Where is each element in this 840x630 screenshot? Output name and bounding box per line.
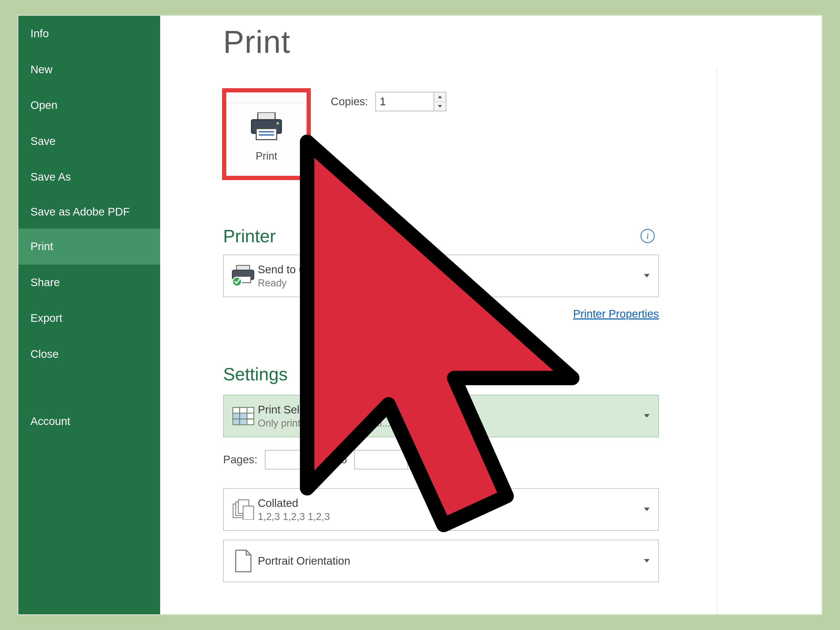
pages-to-spinner[interactable] [354, 450, 420, 469]
svg-rect-3 [256, 129, 277, 140]
orientation-primary: Portrait Orientation [258, 555, 643, 567]
svg-rect-0 [258, 112, 275, 120]
grid-icon [229, 407, 258, 425]
collate-icon [229, 499, 258, 520]
sidebar-item-label: Save as Adobe PDF [30, 205, 129, 218]
chevron-down-icon [643, 271, 653, 281]
print-button-label: Print [256, 150, 277, 162]
sidebar-item-share[interactable]: Share [18, 265, 160, 300]
sidebar-item-label: Save [30, 135, 56, 147]
sidebar-spacer [18, 372, 160, 403]
chevron-down-icon [643, 411, 653, 421]
sidebar-item-label: Export [30, 312, 62, 324]
sidebar-item-label: Close [30, 348, 58, 360]
print-panel: Print Print Copies: [160, 16, 822, 614]
svg-marker-30 [644, 508, 649, 511]
copies-spinner[interactable] [375, 92, 446, 111]
spinner-up-icon[interactable] [408, 450, 420, 460]
pages-to-label: to [338, 453, 347, 466]
print-button-inner: Print [227, 103, 306, 176]
printer-selector-body: Send to OneNote 2013 Ready [258, 263, 643, 289]
svg-marker-32 [644, 559, 649, 562]
pages-from-input[interactable] [265, 450, 318, 469]
printer-name: Send to OneNote 2013 [258, 263, 643, 276]
svg-rect-29 [243, 506, 254, 520]
spinner-down-icon[interactable] [318, 460, 330, 469]
print-what-secondary: Only print the current selecti... [258, 418, 643, 429]
backstage-sidebar: Info New Open Save Save As Save as Adobe… [18, 16, 160, 614]
sidebar-item-new[interactable]: New [18, 52, 160, 88]
pages-to-input[interactable] [355, 450, 407, 469]
sidebar-item-label: Print [30, 240, 53, 253]
sidebar-item-saveas[interactable]: Save As [18, 159, 160, 195]
pages-to-arrows [407, 450, 420, 469]
printer-icon [249, 117, 284, 142]
printer-section-title: Printer [223, 226, 276, 246]
svg-marker-31 [236, 550, 251, 572]
chevron-down-icon [643, 556, 653, 566]
pages-row: Pages: to [223, 450, 659, 469]
sidebar-item-label: Info [30, 27, 49, 39]
sidebar-item-save-adobe-pdf[interactable]: Save as Adobe PDF [18, 195, 160, 229]
collate-body: Collated 1,2,3 1,2,3 1,2,3 [258, 497, 643, 523]
svg-marker-23 [322, 463, 326, 466]
page-icon [229, 549, 258, 573]
sidebar-item-account[interactable]: Account [18, 403, 160, 439]
spinner-up-icon[interactable] [434, 92, 446, 102]
print-button[interactable]: Print [222, 88, 311, 180]
printer-ready-icon [229, 264, 258, 287]
svg-marker-22 [322, 453, 326, 456]
print-what-body: Print Selection Only print the current s… [258, 403, 643, 429]
svg-marker-24 [412, 453, 416, 456]
printer-status: Ready [258, 278, 643, 289]
sidebar-item-label: Open [30, 99, 57, 111]
orientation-body: Portrait Orientation [258, 555, 643, 567]
sidebar-item-label: Share [30, 276, 60, 289]
pages-from-spinner[interactable] [265, 450, 330, 469]
copies-arrows [434, 92, 446, 111]
print-what-primary: Print Selection [258, 403, 643, 416]
copies-row: Copies: [331, 92, 446, 111]
copies-input[interactable] [376, 92, 434, 111]
printer-properties-link[interactable]: Printer Properties [223, 308, 659, 320]
svg-marker-7 [438, 105, 442, 107]
pages-label: Pages: [223, 453, 257, 466]
sidebar-item-close[interactable]: Close [18, 336, 160, 372]
sidebar-item-info[interactable]: Info [18, 16, 160, 52]
pages-from-arrows [318, 450, 330, 469]
sidebar-item-label: New [30, 63, 52, 76]
orientation-selector[interactable]: Portrait Orientation [223, 540, 659, 582]
svg-point-2 [276, 122, 279, 125]
svg-marker-6 [438, 96, 442, 98]
sidebar-item-label: Save As [30, 171, 71, 183]
sidebar-item-export[interactable]: Export [18, 300, 160, 336]
copies-label: Copies: [331, 95, 368, 108]
svg-marker-25 [412, 463, 416, 466]
collate-primary: Collated [258, 497, 643, 510]
collate-secondary: 1,2,3 1,2,3 1,2,3 [258, 511, 643, 523]
print-what-selector[interactable]: Print Selection Only print the current s… [223, 395, 659, 437]
spinner-down-icon[interactable] [408, 460, 420, 469]
sidebar-item-print[interactable]: Print [18, 229, 160, 265]
sidebar-item-label: Account [30, 415, 70, 427]
chevron-down-icon [643, 505, 653, 514]
info-icon[interactable]: i [641, 229, 655, 243]
spinner-up-icon[interactable] [318, 450, 330, 460]
svg-marker-21 [644, 414, 649, 418]
spinner-down-icon[interactable] [434, 102, 446, 111]
svg-marker-12 [644, 274, 649, 278]
vertical-divider [717, 68, 717, 614]
sidebar-item-open[interactable]: Open [18, 87, 160, 123]
settings-section-title: Settings [223, 364, 288, 384]
sidebar-item-save[interactable]: Save [18, 123, 160, 159]
app-window: Info New Open Save Save As Save as Adobe… [18, 16, 822, 614]
printer-selector[interactable]: Send to OneNote 2013 Ready [223, 255, 659, 297]
collate-selector[interactable]: Collated 1,2,3 1,2,3 1,2,3 [223, 488, 659, 531]
page-title: Print [223, 24, 291, 60]
